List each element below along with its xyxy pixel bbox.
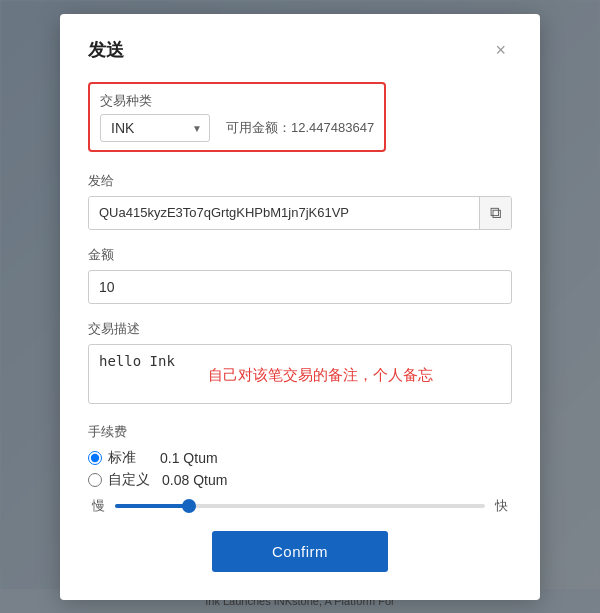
amount-label: 金额 [88, 246, 512, 264]
custom-radio[interactable] [88, 473, 102, 487]
trade-type-row: INK QTUM ▼ 可用金额：12.447483647 [100, 114, 374, 142]
fee-section: 手续费 标准 0.1 Qtum 自定义 0.08 Qtum 慢 快 [88, 423, 512, 515]
close-button[interactable]: × [489, 39, 512, 61]
send-to-section: 发给 ⧉ [88, 172, 512, 230]
trade-type-box: 交易种类 INK QTUM ▼ 可用金额：12.447483647 [88, 82, 386, 152]
custom-radio-wrapper: 自定义 [88, 471, 150, 489]
amount-input[interactable] [88, 270, 512, 304]
ink-select-wrapper: INK QTUM ▼ [100, 114, 210, 142]
copy-button[interactable]: ⧉ [479, 197, 511, 229]
slider-track [115, 504, 485, 508]
description-wrapper: hello Ink 自己对该笔交易的备注，个人备忘 [88, 344, 512, 407]
description-input[interactable]: hello Ink [88, 344, 512, 404]
fee-label: 手续费 [88, 423, 512, 441]
standard-radio[interactable] [88, 451, 102, 465]
custom-label: 自定义 [108, 471, 150, 489]
slider-row: 慢 快 [88, 497, 512, 515]
amount-section: 金额 [88, 246, 512, 304]
custom-amount: 0.08 Qtum [162, 472, 227, 488]
fast-label: 快 [495, 497, 508, 515]
trade-type-label: 交易种类 [100, 92, 374, 110]
slow-label: 慢 [92, 497, 105, 515]
confirm-button[interactable]: Confirm [212, 531, 388, 572]
available-value: 12.447483647 [291, 120, 374, 135]
description-section: 交易描述 hello Ink 自己对该笔交易的备注，个人备忘 [88, 320, 512, 407]
trade-type-select[interactable]: INK QTUM [100, 114, 210, 142]
fee-standard-row: 标准 0.1 Qtum [88, 449, 512, 467]
fee-custom-row: 自定义 0.08 Qtum [88, 471, 512, 489]
standard-radio-wrapper: 标准 [88, 449, 148, 467]
available-amount: 可用金额：12.447483647 [226, 119, 374, 137]
standard-amount: 0.1 Qtum [160, 450, 218, 466]
send-dialog: 发送 × 交易种类 INK QTUM ▼ 可用金额：12.447483647 发 [60, 14, 540, 600]
address-wrapper: ⧉ [88, 196, 512, 230]
available-label: 可用金额： [226, 120, 291, 135]
trade-type-section: 交易种类 INK QTUM ▼ 可用金额：12.447483647 [88, 82, 512, 156]
copy-icon: ⧉ [490, 204, 501, 221]
dialog-title: 发送 [88, 38, 124, 62]
standard-label: 标准 [108, 449, 148, 467]
address-input[interactable] [89, 197, 479, 228]
description-label: 交易描述 [88, 320, 512, 338]
send-to-label: 发给 [88, 172, 512, 190]
dialog-header: 发送 × [88, 38, 512, 62]
